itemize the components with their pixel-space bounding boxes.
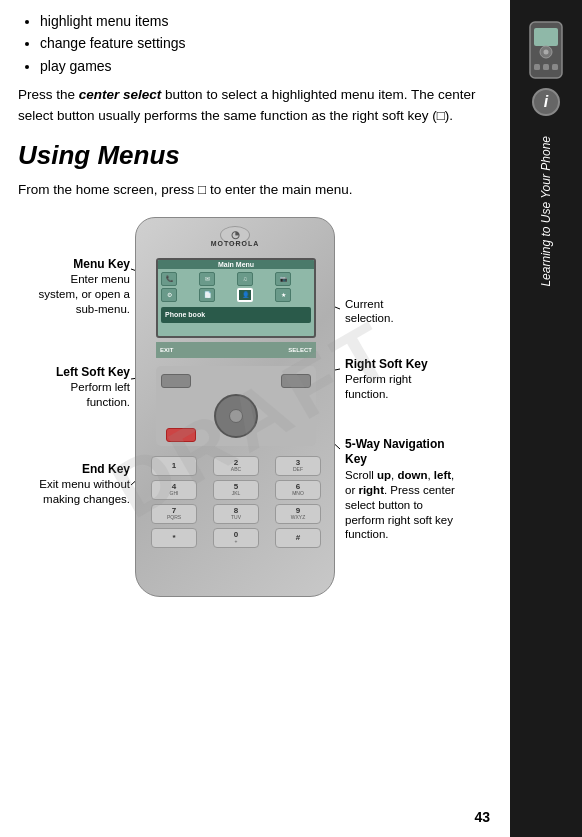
key-4[interactable]: 4GHI — [151, 480, 197, 500]
screen-icon-4: 📷 — [275, 272, 291, 286]
left-soft-desc: Perform left function. — [35, 380, 130, 410]
center-select-term: center select — [79, 87, 162, 102]
exit-label: EXIT — [160, 347, 173, 353]
key-star[interactable]: * — [151, 528, 197, 548]
key-7[interactable]: 7PQRS — [151, 504, 197, 524]
diagram-area: Menu Key Enter menu system, or open a su… — [35, 217, 475, 617]
menu-key-title: Menu Key — [35, 257, 130, 273]
nav-area — [156, 366, 316, 446]
right-soft-desc: Perform right function. — [345, 372, 455, 402]
annotation-current: Current selection. — [345, 297, 445, 327]
left-soft-button[interactable] — [161, 374, 191, 388]
sidebar-label: Learning to Use Your Phone — [538, 136, 555, 287]
key-3[interactable]: 3DEF — [275, 456, 321, 476]
page-number: 43 — [474, 809, 490, 825]
key-8[interactable]: 8TUV — [213, 504, 259, 524]
svg-point-9 — [544, 50, 549, 55]
end-key-title: End Key — [35, 462, 130, 478]
sidebar-phone-icon — [524, 20, 568, 80]
5way-title: 5-Way Navigation Key — [345, 437, 455, 468]
intro-paragraph: Press the center select button to select… — [18, 85, 492, 127]
key-hash[interactable]: # — [275, 528, 321, 548]
key-0[interactable]: 0+ — [213, 528, 259, 548]
keypad-row-1: 1 2ABC 3DEF — [151, 456, 321, 476]
end-key-button[interactable] — [166, 428, 196, 442]
soft-keys-bar: EXIT SELECT — [156, 342, 316, 358]
key-2[interactable]: 2ABC — [213, 456, 259, 476]
select-label: SELECT — [288, 347, 312, 353]
keypad-row-3: 7PQRS 8TUV 9WXYZ — [151, 504, 321, 524]
screen-icon-8: ★ — [275, 288, 291, 302]
screen-icon-5: ⚙ — [161, 288, 177, 302]
main-content: DRAFT highlight menu items change featur… — [0, 0, 510, 837]
current-desc: selection. — [345, 311, 445, 326]
screen-title-bar: Main Menu — [158, 260, 314, 269]
right-soft-title: Right Soft Key — [345, 357, 455, 373]
keypad: 1 2ABC 3DEF 4GHI 5JKL 6MNO 7PQRS 8TUV 9W… — [151, 456, 321, 552]
svg-rect-10 — [534, 64, 540, 70]
right-soft-button[interactable] — [281, 374, 311, 388]
key-9[interactable]: 9WXYZ — [275, 504, 321, 524]
screen-icon-3: ♫ — [237, 272, 253, 286]
annotation-5way: 5-Way Navigation Key Scroll up, down, le… — [345, 437, 455, 543]
info-icon-letter: i — [544, 93, 548, 111]
motorola-logo-text: MOTOROLA — [211, 240, 260, 247]
annotation-menu-key: Menu Key Enter menu system, or open a su… — [35, 257, 130, 317]
phone-diagram: ◔ MOTOROLA Main Menu 📞 ✉ ♫ 📷 ⚙ 📄 👤 ★ — [135, 217, 335, 597]
svg-rect-12 — [552, 64, 558, 70]
bullet-list: highlight menu items change feature sett… — [18, 10, 492, 77]
bullet-highlight: highlight menu items — [40, 10, 492, 32]
screen-icon-1: 📞 — [161, 272, 177, 286]
screen-highlight-text: Phone book — [165, 311, 205, 318]
key-1[interactable]: 1 — [151, 456, 197, 476]
svg-rect-7 — [534, 28, 558, 46]
phone-screen: Main Menu 📞 ✉ ♫ 📷 ⚙ 📄 👤 ★ Phone book — [156, 258, 316, 338]
screen-icon-6: 📄 — [199, 288, 215, 302]
svg-rect-11 — [543, 64, 549, 70]
key-5[interactable]: 5JKL — [213, 480, 259, 500]
screen-icon-selected: 👤 — [237, 288, 253, 302]
key-6[interactable]: 6MNO — [275, 480, 321, 500]
dpad[interactable] — [214, 394, 258, 438]
bullet-play: play games — [40, 55, 492, 77]
screen-icon-2: ✉ — [199, 272, 215, 286]
info-icon: i — [532, 88, 560, 116]
current-title: Current — [345, 297, 445, 312]
section-title: Using Menus — [18, 141, 492, 170]
right-sidebar: i Learning to Use Your Phone — [510, 0, 582, 837]
end-key-desc: Exit menu without making changes. — [35, 477, 130, 507]
screen-icons-grid: 📞 ✉ ♫ 📷 ⚙ 📄 👤 ★ — [158, 269, 314, 305]
annotation-left-soft-key: Left Soft Key Perform left function. — [35, 365, 130, 410]
menu-key-desc: Enter menu system, or open a sub-menu. — [35, 272, 130, 317]
from-home-text: From the home screen, press □ to enter t… — [18, 180, 492, 201]
phone-body: ◔ MOTOROLA Main Menu 📞 ✉ ♫ 📷 ⚙ 📄 👤 ★ — [135, 217, 335, 597]
dpad-center[interactable] — [229, 409, 243, 423]
5way-desc: Scroll up, down, left, or right. Press c… — [345, 468, 455, 543]
annotation-end-key: End Key Exit menu without making changes… — [35, 462, 130, 507]
screen-highlight-bar: Phone book — [161, 307, 311, 323]
keypad-row-4: * 0+ # — [151, 528, 321, 548]
keypad-row-2: 4GHI 5JKL 6MNO — [151, 480, 321, 500]
annotation-right-soft-key: Right Soft Key Perform right function. — [345, 357, 455, 402]
left-soft-title: Left Soft Key — [35, 365, 130, 381]
bullet-change: change feature settings — [40, 32, 492, 54]
